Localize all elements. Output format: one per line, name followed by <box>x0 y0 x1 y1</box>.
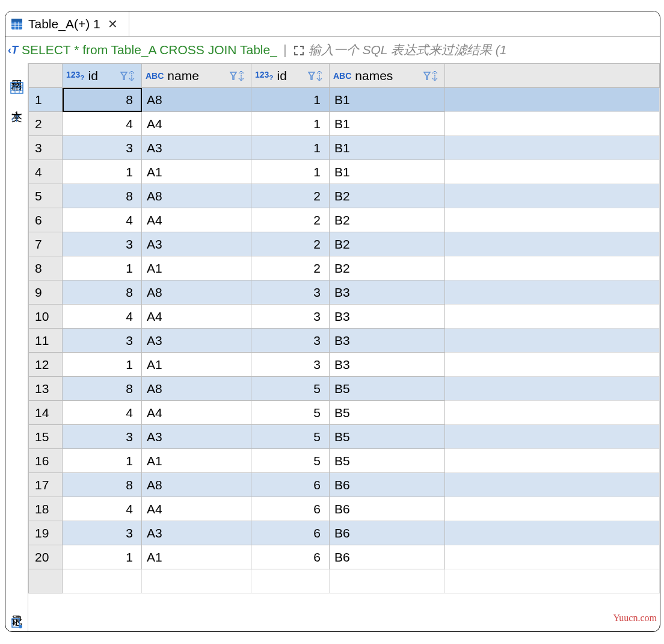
grid-icon[interactable] <box>10 78 23 96</box>
row-number[interactable]: 7 <box>29 232 63 256</box>
cell-empty[interactable] <box>445 449 660 473</box>
cell-id[interactable]: 4 <box>63 305 142 329</box>
cell-names[interactable]: B2 <box>330 256 445 280</box>
cell-id2[interactable]: 6 <box>251 473 330 497</box>
cell-empty[interactable] <box>445 497 660 521</box>
row-number[interactable]: 9 <box>29 280 63 305</box>
cell-empty[interactable] <box>445 329 660 353</box>
tab-table-a[interactable]: Table_A(+) 1 ✕ <box>5 11 129 36</box>
row-number[interactable]: 19 <box>29 521 63 545</box>
row-number[interactable]: 15 <box>29 425 63 449</box>
cell-id[interactable]: 1 <box>63 545 142 569</box>
table-row[interactable]: 18A81B1 <box>29 88 660 112</box>
cell-id2[interactable]: 1 <box>251 112 330 136</box>
row-number[interactable]: 1 <box>29 88 63 112</box>
cell-names[interactable]: B1 <box>330 112 445 136</box>
row-number[interactable]: 18 <box>29 497 63 521</box>
cell-name[interactable]: A1 <box>142 160 251 184</box>
cell-id[interactable]: 3 <box>63 232 142 256</box>
cell-id2[interactable]: 2 <box>251 256 330 280</box>
filter-sort-icon[interactable] <box>307 70 325 82</box>
table-row[interactable]: 161A15B5 <box>29 449 660 473</box>
filter-input[interactable]: 输入一个 SQL 表达式来过滤结果 (1 <box>309 42 507 58</box>
table-row[interactable]: 178A86B6 <box>29 473 660 497</box>
table-row[interactable]: 153A35B5 <box>29 425 660 449</box>
cell-names[interactable]: B2 <box>330 184 445 208</box>
cell-names[interactable]: B6 <box>330 545 445 569</box>
cell-id2[interactable]: 2 <box>251 184 330 208</box>
expand-icon[interactable] <box>293 43 305 57</box>
text-icon[interactable]: ‹T <box>10 108 23 127</box>
cell-names[interactable]: B1 <box>330 136 445 160</box>
table-row[interactable]: 201A16B6 <box>29 545 660 569</box>
cell-names[interactable]: B6 <box>330 521 445 545</box>
table-row[interactable]: 73A32B2 <box>29 232 660 256</box>
cell-names[interactable]: B6 <box>330 497 445 521</box>
cell-id[interactable]: 1 <box>63 256 142 280</box>
cell-empty[interactable] <box>445 401 660 425</box>
cell-empty[interactable] <box>445 473 660 497</box>
cell-names[interactable]: B2 <box>330 232 445 256</box>
cell-id[interactable]: 8 <box>63 280 142 305</box>
cell-name[interactable]: A4 <box>142 208 251 232</box>
row-number[interactable]: 10 <box>29 305 63 329</box>
cell-empty[interactable] <box>445 208 660 232</box>
cell-id2[interactable]: 5 <box>251 377 330 401</box>
cell-id2[interactable]: 5 <box>251 401 330 425</box>
cell-id2[interactable]: 3 <box>251 329 330 353</box>
record-icon[interactable] <box>10 613 23 631</box>
cell-empty[interactable] <box>445 88 660 112</box>
cell-empty[interactable] <box>445 521 660 545</box>
cell-id[interactable]: 1 <box>63 160 142 184</box>
cell-id[interactable]: 4 <box>63 401 142 425</box>
cell-name[interactable]: A4 <box>142 497 251 521</box>
column-header-id2[interactable]: 123? id <box>251 64 330 88</box>
cell-empty[interactable] <box>445 112 660 136</box>
cell-names[interactable]: B3 <box>330 329 445 353</box>
cell-name[interactable]: A3 <box>142 521 251 545</box>
cell-names[interactable]: B5 <box>330 449 445 473</box>
cell-empty[interactable] <box>445 160 660 184</box>
cell-empty[interactable] <box>445 377 660 401</box>
cell-names[interactable]: B1 <box>330 88 445 112</box>
table-row[interactable]: 121A13B3 <box>29 353 660 377</box>
table-row[interactable]: 24A41B1 <box>29 112 660 136</box>
table-row[interactable]: 113A33B3 <box>29 329 660 353</box>
cell-id[interactable]: 4 <box>63 497 142 521</box>
cell-name[interactable]: A1 <box>142 545 251 569</box>
cell-name[interactable]: A1 <box>142 256 251 280</box>
cell-name[interactable]: A3 <box>142 136 251 160</box>
cell-id[interactable]: 8 <box>63 473 142 497</box>
cell-names[interactable]: B2 <box>330 208 445 232</box>
row-number[interactable]: 4 <box>29 160 63 184</box>
cell-name[interactable]: A8 <box>142 473 251 497</box>
row-number[interactable]: 6 <box>29 208 63 232</box>
sidetab-grid[interactable]: 网格 <box>8 68 25 75</box>
cell-id2[interactable]: 2 <box>251 208 330 232</box>
cell-name[interactable]: A4 <box>142 305 251 329</box>
cell-id2[interactable]: 3 <box>251 353 330 377</box>
cell-empty[interactable] <box>445 545 660 569</box>
table-row[interactable]: 81A12B2 <box>29 256 660 280</box>
cell-id2[interactable]: 6 <box>251 545 330 569</box>
cell-name[interactable]: A1 <box>142 449 251 473</box>
cell-empty[interactable] <box>445 305 660 329</box>
cell-id[interactable]: 1 <box>63 449 142 473</box>
sql-query-text[interactable]: SELECT * from Table_A CROSS JOIN Table_ <box>22 43 277 57</box>
row-number[interactable]: 17 <box>29 473 63 497</box>
table-row[interactable]: 58A82B2 <box>29 184 660 208</box>
cell-names[interactable]: B5 <box>330 377 445 401</box>
close-icon[interactable]: ✕ <box>105 17 120 31</box>
cell-id[interactable]: 4 <box>63 112 142 136</box>
column-header-id[interactable]: 123? id <box>63 64 142 88</box>
filter-sort-icon[interactable] <box>229 70 247 82</box>
cell-name[interactable]: A8 <box>142 184 251 208</box>
row-number-header[interactable] <box>29 64 63 88</box>
cell-name[interactable]: A1 <box>142 353 251 377</box>
cell-empty[interactable] <box>445 280 660 305</box>
cell-id[interactable]: 8 <box>63 377 142 401</box>
cell-id2[interactable]: 5 <box>251 425 330 449</box>
cell-name[interactable]: A3 <box>142 425 251 449</box>
cell-id[interactable]: 8 <box>63 184 142 208</box>
cell-id[interactable]: 3 <box>63 329 142 353</box>
